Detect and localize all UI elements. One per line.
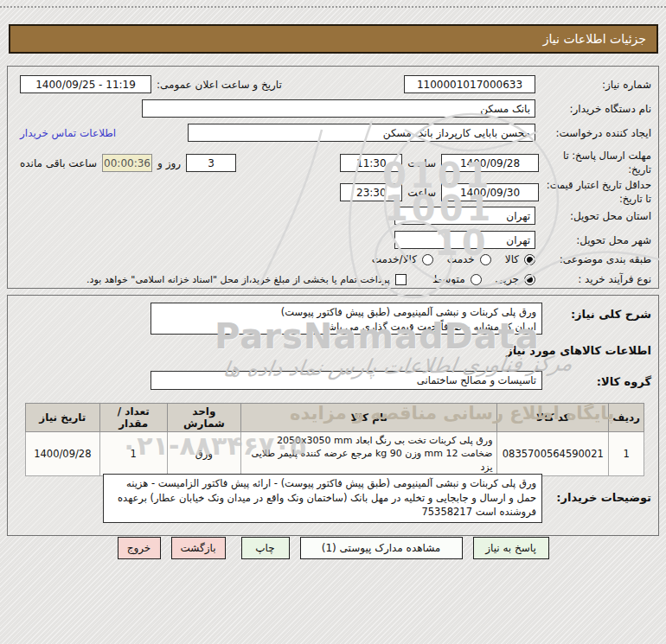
price-validity-date-field[interactable]: 1400/09/30 bbox=[441, 183, 539, 201]
need-number-field[interactable]: 1100001017000633 bbox=[404, 75, 535, 93]
goods-table-header-row: ردیف کد کالا نام کالا واحد شمارش تعداد /… bbox=[26, 404, 644, 432]
price-validity-hour-label: ساعت bbox=[407, 187, 436, 199]
action-buttons-bar: پاسخ به نیاز مشاهده مدارک پیوستی (1) چاپ… bbox=[0, 537, 666, 559]
radio-goods-service-label: کالا/خدمت bbox=[372, 253, 417, 265]
buyer-notes-field[interactable]: ورق پلی کربنات و نبشی آلمینیومی (طبق پیش… bbox=[103, 474, 542, 523]
goods-table-row: 1 0835700564590021 ورق پلی کربنات تخت بی… bbox=[26, 432, 644, 476]
cell-quantity: 1 bbox=[99, 432, 167, 476]
price-validity-label: حداقل تاریخ اعتبار قیمت: تا تاریخ: bbox=[544, 179, 651, 206]
reply-deadline-time-field[interactable]: 11:30 bbox=[340, 154, 402, 172]
row-purchase-process: نوع فرآیند خرید : جزیی متوسط پرداخت تمام… bbox=[15, 273, 651, 285]
page-title: جزئیات اطلاعات نیاز bbox=[543, 32, 646, 46]
radio-minor[interactable] bbox=[524, 274, 535, 285]
radio-minor-label: جزیی bbox=[496, 273, 519, 285]
cell-count-unit: ورق bbox=[167, 432, 240, 476]
purchase-process-label: نوع فرآیند خرید : bbox=[541, 273, 651, 285]
radio-service-label: خدمت bbox=[447, 253, 475, 265]
radio-goods-label: کالا bbox=[505, 253, 519, 265]
col-count-unit: واحد شمارش bbox=[167, 404, 240, 432]
top-dotted-divider bbox=[0, 6, 666, 8]
reply-to-need-button[interactable]: پاسخ به نیاز bbox=[473, 537, 549, 559]
radio-medium-label: متوسط bbox=[432, 273, 465, 285]
cell-need-date: 1400/09/28 bbox=[26, 432, 100, 476]
reply-deadline-date-field[interactable]: 1400/09/28 bbox=[441, 154, 539, 172]
buyer-contact-link[interactable]: اطلاعات تماس خریدار bbox=[20, 127, 116, 139]
delivery-province-field[interactable]: تهران bbox=[394, 207, 535, 225]
need-number-label: شماره نیاز: bbox=[541, 79, 651, 91]
need-description-line-2: ایران کد مشابه و صرفاً جهت قیمت گذاری می… bbox=[157, 320, 536, 335]
cell-goods-name: ورق پلی کربنات تخت بی رنگ ابعاد 2050x305… bbox=[241, 432, 497, 476]
delivery-province-label: استان محل تحویل: bbox=[541, 210, 651, 222]
exit-button[interactable]: خروج bbox=[118, 537, 161, 559]
announce-datetime-label: تاریخ و ساعت اعلان عمومی: bbox=[157, 79, 282, 91]
radio-goods[interactable] bbox=[524, 254, 535, 265]
goods-table: ردیف کد کالا نام کالا واحد شمارش تعداد /… bbox=[25, 403, 644, 476]
page-title-bar: جزئیات اطلاعات نیاز bbox=[9, 24, 658, 54]
delivery-city-field[interactable]: تهران bbox=[394, 231, 535, 249]
subject-classification-label: طبقه بندی موضوعی: bbox=[541, 253, 651, 265]
countdown-timer: 00:00:36 bbox=[102, 154, 152, 172]
reply-deadline-label: مهلت ارسال پاسخ: تا تاریخ: bbox=[544, 150, 651, 176]
col-need-date: تاریخ نیاز bbox=[26, 404, 100, 432]
cell-goods-code: 0835700564590021 bbox=[497, 432, 609, 476]
remaining-days-field[interactable]: 3 bbox=[186, 154, 236, 172]
row-price-validity: حداقل تاریخ اعتبار قیمت: تا تاریخ: 1400/… bbox=[15, 179, 651, 206]
col-goods-name: نام کالا bbox=[241, 404, 497, 432]
need-description-line-1: ورق پلی کربنات و نبشی آلمینیومی (طبق پیش… bbox=[157, 305, 536, 320]
goods-section-title: اطلاعات کالاهای مورد نیاز bbox=[506, 344, 651, 357]
delivery-city-label: شهر محل تحویل: bbox=[541, 234, 651, 246]
row-request-creator: ایجاد کننده درخواست: محسن بابایی کارپردا… bbox=[15, 124, 651, 142]
row-need-number: شماره نیاز: 1100001017000633 تاریخ و ساع… bbox=[15, 75, 651, 93]
row-subject-classification: طبقه بندی موضوعی: کالا خدمت کالا/خدمت bbox=[15, 253, 651, 265]
buyer-org-field[interactable]: بانک مسکن bbox=[142, 99, 535, 118]
radio-service[interactable] bbox=[480, 254, 491, 265]
goods-group-field[interactable]: تاسیسات و مصالح ساختمانی bbox=[150, 371, 542, 390]
row-delivery-city: شهر محل تحویل: تهران bbox=[15, 231, 651, 249]
need-description-label: شرح کلی نیاز: bbox=[571, 308, 651, 321]
print-button[interactable]: چاپ bbox=[241, 537, 290, 559]
col-row-number: ردیف bbox=[609, 404, 644, 432]
need-details-panel: شرح کلی نیاز: ورق پلی کربنات و نبشی آلمی… bbox=[7, 295, 659, 536]
row-delivery-province: استان محل تحویل: تهران bbox=[15, 207, 651, 225]
cell-row-number: 1 bbox=[609, 432, 644, 476]
buyer-notes-label: توضیحات خریدار: bbox=[556, 491, 651, 504]
remaining-days-label: روز و bbox=[157, 157, 181, 169]
radio-medium[interactable] bbox=[471, 274, 482, 285]
treasury-docs-checkbox-label: پرداخت تمام یا بخشی از مبلغ خرید،از محل … bbox=[86, 274, 390, 285]
treasury-docs-checkbox[interactable] bbox=[395, 274, 407, 285]
row-buyer-org: نام دستگاه خریدار: بانک مسکن bbox=[15, 99, 651, 118]
request-creator-field[interactable]: محسن بابایی کارپرداز بانک مسکن bbox=[188, 124, 535, 142]
need-description-field[interactable]: ورق پلی کربنات و نبشی آلمینیومی (طبق پیش… bbox=[150, 303, 542, 335]
reply-deadline-hour-label: ساعت bbox=[407, 157, 436, 169]
radio-goods-service[interactable] bbox=[422, 254, 433, 265]
announce-datetime-field[interactable]: 1400/09/25 - 11:19 bbox=[20, 75, 151, 93]
col-goods-code: کد کالا bbox=[497, 404, 609, 432]
remaining-hours-label: ساعت باقی مانده bbox=[20, 157, 97, 169]
row-reply-deadline: مهلت ارسال پاسخ: تا تاریخ: 1400/09/28 سا… bbox=[15, 150, 651, 176]
col-quantity: تعداد / مقدار bbox=[99, 404, 167, 432]
goods-group-label: گروه کالا: bbox=[597, 375, 651, 388]
view-attachments-button[interactable]: مشاهده مدارک پیوستی (1) bbox=[300, 537, 463, 559]
buyer-org-label: نام دستگاه خریدار: bbox=[541, 103, 651, 115]
need-info-panel: شماره نیاز: 1100001017000633 تاریخ و ساع… bbox=[7, 66, 659, 289]
price-validity-time-field[interactable]: 23:30 bbox=[340, 183, 402, 201]
back-button[interactable]: بازگشت bbox=[171, 537, 226, 559]
request-creator-label: ایجاد کننده درخواست: bbox=[541, 127, 651, 139]
